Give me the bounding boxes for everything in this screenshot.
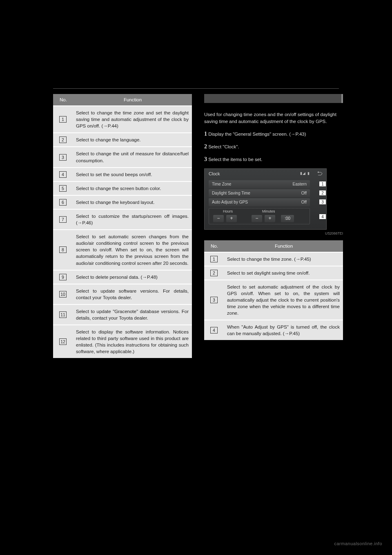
table-row: 11Select to update "Gracenote" database …: [53, 304, 192, 325]
row-auto-adjust[interactable]: Auto Adjust by GPS Off: [209, 198, 310, 206]
callout-2: 2: [319, 190, 326, 196]
row-time-zone[interactable]: Time Zone Eastern: [209, 180, 310, 188]
row-label: Time Zone: [212, 182, 231, 186]
row-function: Select to set the sound beeps on/off.: [74, 168, 192, 181]
row-function: Select to delete personal data. (→P.48): [74, 270, 192, 284]
row-function: Select to set automatic screen changes f…: [74, 230, 192, 270]
header-function: Function: [74, 94, 192, 106]
divider: [53, 88, 339, 89]
callout-4: 4: [319, 214, 326, 219]
row-number: 10: [59, 291, 67, 298]
row-number: 11: [59, 311, 67, 318]
table-header-row: No. Function: [204, 240, 343, 252]
row-daylight-saving[interactable]: Daylight Saving Time Off: [209, 189, 310, 197]
screenshot-wrapper: Clock ▮◢ ▮ ⮌ Time Zone Eastern Daylight …: [204, 168, 343, 230]
row-function: Select to customize the startup/screen o…: [74, 209, 192, 230]
signal-icon: ▮◢ ▮: [300, 171, 310, 175]
row-value: Off: [301, 200, 307, 204]
section-header-bar: [204, 94, 343, 103]
row-function: Select to update software versions. For …: [74, 284, 192, 304]
header-function: Function: [225, 240, 343, 252]
table-row: 2Select to change the language.: [53, 133, 192, 147]
row-number: 1: [59, 116, 67, 123]
table-row: 8Select to set automatic screen changes …: [53, 230, 192, 270]
clock-settings-table: No. Function 1Select to change the time …: [204, 240, 343, 340]
row-label: Auto Adjust by GPS: [212, 200, 248, 204]
hours-minus-button[interactable]: −: [213, 215, 224, 222]
table-row: 6Select to change the keyboard layout.: [53, 195, 192, 209]
row-number: 1: [210, 256, 218, 262]
row-function: Select to change the unit of measure for…: [74, 147, 192, 167]
row-number: 9: [59, 274, 67, 280]
minutes-plus-button[interactable]: +: [265, 215, 275, 222]
row-function: Select to change the time zone. (→P.45): [225, 252, 343, 266]
step-number: 1: [204, 131, 207, 137]
table-row: 9Select to delete personal data. (→P.48): [53, 270, 192, 284]
row-number: 4: [59, 171, 67, 178]
row-number: 6: [59, 199, 67, 206]
row-number: 2: [210, 270, 218, 276]
row-number: 3: [210, 297, 218, 303]
row-number: 12: [59, 338, 67, 345]
row-number: 5: [59, 185, 67, 192]
left-column: No. Function 1Select to change the time …: [53, 94, 192, 358]
callout-1: 1: [319, 181, 326, 187]
seconds-reset-button[interactable]: :00: [281, 215, 294, 222]
step-number: 2: [204, 143, 207, 150]
table-header-row: No. Function: [53, 94, 192, 106]
clock-screenshot: Clock ▮◢ ▮ ⮌ Time Zone Eastern Daylight …: [204, 168, 327, 230]
table-row: 3Select to change the unit of measure fo…: [53, 147, 192, 167]
table-row: 4When "Auto Adjust by GPS" is turned off…: [204, 320, 343, 340]
table-row: 4Select to set the sound beeps on/off.: [53, 168, 192, 181]
general-settings-table: No. Function 1Select to change the time …: [53, 94, 192, 358]
table-row: 1Select to change the time zone and set …: [53, 106, 192, 133]
row-number: 4: [210, 327, 218, 333]
header-no: No.: [204, 240, 225, 252]
row-value: Eastern: [293, 182, 307, 186]
spacer: [204, 232, 343, 240]
row-number: 7: [59, 216, 67, 223]
table-row: 12Select to display the software informa…: [53, 325, 192, 358]
footer-watermark: carmanualsonline.info: [334, 541, 382, 546]
minutes-label: Minutes: [262, 209, 275, 213]
table-row: 3Select to set automatic adjustment of t…: [204, 280, 343, 320]
row-function: When "Auto Adjust by GPS" is turned off,…: [225, 320, 343, 340]
row-function: Select to display the software informati…: [74, 325, 192, 358]
step-ref: (→P.43): [289, 132, 306, 137]
table-row: 1Select to change the time zone. (→P.45): [204, 252, 343, 266]
step-text: Display the "General Settings" screen.: [208, 132, 288, 137]
row-function: Select to set daylight saving time on/of…: [225, 266, 343, 280]
table-row: 2Select to set daylight saving time on/o…: [204, 266, 343, 280]
step-3: 3 Select the items to be set.: [204, 155, 343, 163]
table-row: 7Select to customize the startup/screen …: [53, 209, 192, 230]
row-function: Select to change the screen button color…: [74, 181, 192, 195]
intro-text: Used for changing time zones and the on/…: [204, 111, 343, 163]
row-function: Select to change the language.: [74, 133, 192, 147]
page: No. Function 1Select to change the time …: [0, 0, 392, 555]
row-function: Select to set automatic adjustment of th…: [225, 280, 343, 320]
callout-3: 3: [319, 199, 326, 205]
step-1: 1 Display the "General Settings" screen.…: [204, 130, 343, 138]
table-row: 5Select to change the screen button colo…: [53, 181, 192, 195]
intro-paragraph: Used for changing time zones and the on/…: [204, 111, 343, 125]
row-number: 2: [59, 137, 67, 143]
row-number: 3: [59, 154, 67, 161]
minutes-minus-button[interactable]: −: [252, 215, 262, 222]
row-label: Daylight Saving Time: [212, 191, 250, 195]
step-number: 3: [204, 156, 207, 162]
row-function: Select to change the keyboard layout.: [74, 195, 192, 209]
row-function: Select to update "Gracenote" database ve…: [74, 304, 192, 325]
header-no: No.: [53, 94, 74, 106]
table-row: 10Select to update software versions. Fo…: [53, 284, 192, 304]
right-column: Used for changing time zones and the on/…: [204, 94, 343, 340]
row-value: Off: [301, 191, 307, 195]
hours-plus-button[interactable]: +: [226, 215, 237, 222]
step-text: Select the items to be set.: [208, 157, 262, 162]
step-2: 2 Select "Clock".: [204, 142, 343, 151]
row-number: 8: [59, 246, 67, 253]
screenshot-code: US2066TEI: [325, 231, 343, 235]
hours-minutes-panel: Hours Minutes − + − + :00: [209, 208, 310, 224]
back-icon[interactable]: ⮌: [317, 170, 323, 177]
step-text: Select "Clock".: [208, 144, 239, 149]
ss-title: Clock: [209, 171, 220, 176]
